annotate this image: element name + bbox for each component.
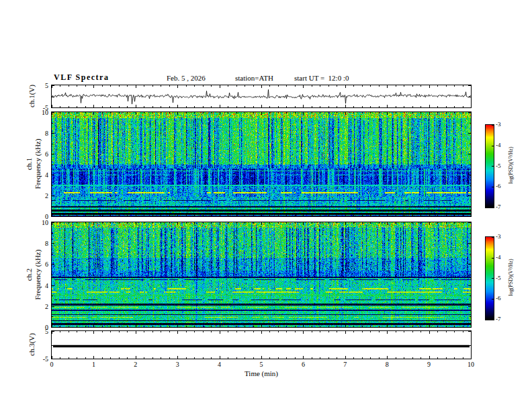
ch3-waveform-panel: [51, 330, 472, 359]
ch3-waveform-canvas: [52, 331, 471, 359]
ch2-channel-label: ch.2: [25, 250, 34, 300]
x-tick-label: 9: [427, 361, 431, 368]
colorbar-tick-label: -5: [496, 163, 501, 169]
colorbar-tick-label: -5: [496, 275, 501, 281]
y-tick-label: 8: [45, 240, 48, 247]
colorbar-tick-label: -4: [496, 254, 501, 261]
colorbar-tick-label: -3: [496, 121, 501, 128]
ch2-spectrogram-ylabel: ch.2 Frequency (kHz): [25, 250, 42, 300]
x-tick-label: 4: [218, 361, 221, 368]
y-tick-label: 4: [45, 281, 48, 289]
x-tick-label: 5: [260, 361, 263, 368]
figure-title: VLF Spectra: [54, 73, 109, 83]
ch1-spectrogram-canvas: [52, 112, 471, 216]
x-tick-label: 3: [176, 361, 179, 368]
colorbar-tick-label: -3: [496, 233, 501, 240]
ch2-frequency-axis-label: Frequency (kHz): [34, 250, 42, 300]
y-tick-label: 10: [42, 109, 48, 116]
header-station: station=ATH: [235, 74, 273, 82]
colorbar-ch2-canvas: [486, 237, 494, 320]
time-axis-label: Time (min): [245, 369, 278, 377]
ch2-spectrogram-panel: [51, 222, 472, 328]
x-tick-label: 7: [343, 361, 347, 368]
header-date: Feb. 5 , 2026: [167, 74, 206, 82]
y-tick-label: 8: [45, 130, 48, 137]
y-tick-label: 6: [45, 261, 48, 268]
ch1-waveform-panel: [51, 85, 472, 108]
x-tick-label: 10: [468, 361, 474, 368]
ch1-waveform-ylabel: ch.1(V): [28, 85, 36, 107]
ch3-waveform-ylabel: ch.3(V): [28, 333, 36, 356]
header-start-ut: start UT = 12:0 :0: [294, 74, 349, 82]
colorbar-tick-label: -7: [496, 203, 501, 210]
colorbar-tick-label: -4: [496, 142, 501, 148]
x-tick-label: 2: [134, 361, 137, 368]
y-tick-label: -5: [43, 355, 48, 363]
colorbar-ch2: [485, 236, 494, 320]
y-tick-label: 2: [45, 302, 48, 310]
x-tick-label: 0: [50, 361, 54, 368]
ch1-spectrogram-panel: [51, 111, 472, 217]
y-tick-label: 10: [42, 219, 48, 226]
ch2-spectrogram-canvas: [52, 222, 471, 327]
ch1-frequency-axis-label: Frequency (kHz): [34, 139, 42, 189]
y-tick-label: 5: [45, 82, 48, 89]
colorbar-tick-label: -6: [496, 183, 501, 189]
colorbar-ch1-canvas: [486, 125, 494, 208]
vlf-spectra-figure: VLF Spectra Feb. 5 , 2026 station=ATH st…: [0, 0, 532, 411]
colorbar-ch1: [485, 124, 494, 208]
y-tick-label: 5: [45, 328, 48, 335]
y-tick-label: 2: [45, 192, 48, 199]
colorbar-tick-label: -7: [496, 316, 501, 322]
colorbar-ch1-label: log(PSD)(V²/Hz): [508, 146, 514, 183]
x-tick-label: 1: [92, 361, 95, 368]
y-tick-label: 6: [45, 150, 48, 158]
ch1-spectrogram-ylabel: ch.1 Frequency (kHz): [25, 139, 42, 189]
ch1-channel-label: ch.1: [25, 139, 34, 189]
x-tick-label: 8: [386, 361, 389, 368]
x-tick-label: 6: [302, 361, 305, 368]
colorbar-ch2-label: log(PSD)(V²/Hz): [508, 259, 514, 295]
colorbar-tick-label: -6: [496, 295, 501, 302]
y-tick-label: 4: [45, 171, 48, 179]
ch1-waveform-canvas: [52, 85, 471, 107]
